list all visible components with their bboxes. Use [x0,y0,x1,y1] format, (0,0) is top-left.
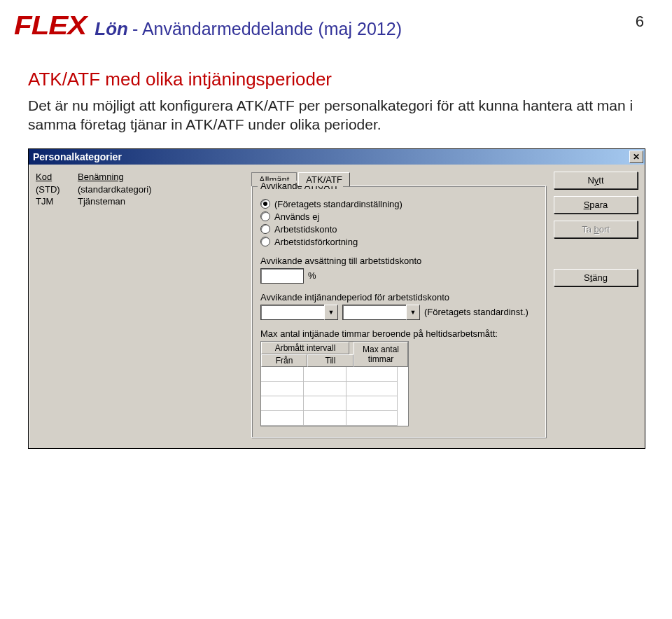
avsattning-label: Avvikande avsättning till arbetstidskont… [260,256,538,266]
section-body: Det är nu möjligt att konfigurera ATK/AT… [28,96,644,134]
titlebar: Personalkategorier ✕ [29,149,645,165]
dialog-title: Personalkategorier [33,151,122,162]
table-row[interactable] [261,411,408,426]
radio-arbetstidsforkortning[interactable]: Arbetstidsförkortning [260,237,538,247]
th-till: Till [307,354,354,367]
radio-arbetstidskonto[interactable]: Arbetstidskonto [260,224,538,235]
document-subtitle: - Användarmeddelande (maj 2012) [132,19,402,39]
radio-icon [260,237,270,246]
max-label: Max antal intjänade timmar beroende på h… [260,328,538,339]
th-fran: Från [261,354,307,367]
radio-icon [260,224,270,234]
page-number: 6 [636,13,644,31]
chevron-down-icon: ▼ [324,305,338,320]
cell-kod: (STD) [36,184,71,195]
col-header-benamning: Benämning [78,172,124,182]
table-row[interactable] [261,382,408,396]
table-row[interactable] [261,396,408,411]
avsattning-input[interactable] [260,268,304,284]
document-header: FLEX Lön - Användarmeddelande (maj 2012)… [0,0,672,48]
close-icon[interactable]: ✕ [629,151,643,163]
th-interval: Arbmått intervall [261,342,349,354]
period-to-combo[interactable]: ▼ [342,305,420,320]
period-label: Avvikande intjänandeperiod för arbetstid… [260,292,538,302]
product-name: Lön [94,18,128,40]
table-row[interactable] [261,367,408,382]
radio-icon [260,211,270,221]
section-heading: ATK/ATF med olika intjäningsperioder [28,69,644,90]
ta-bort-button: Ta bort [554,221,638,238]
radio-anvands-ej[interactable]: Används ej [260,211,538,222]
list-item[interactable]: (STD) (standardkategori) [36,183,246,195]
period-hint: (Företagets standardinst.) [424,307,528,317]
max-table: Arbmått intervall Från Till Max antal ti… [260,341,409,426]
period-from-combo[interactable]: ▼ [260,305,338,320]
percent-sign: % [308,270,316,281]
radio-standard[interactable]: (Företagets standardinställning) [260,199,538,209]
col-header-kod: Kod [36,172,71,182]
list-item[interactable]: TJM Tjänsteman [36,195,246,207]
radio-icon [260,199,270,209]
nytt-button[interactable]: Nytt [554,172,638,189]
spara-button[interactable]: Spara [554,196,638,214]
button-column: Nytt Spara Ta bort Stäng [554,172,638,438]
category-list: Kod Benämning (STD) (standardkategori) T… [36,172,246,438]
chevron-down-icon: ▼ [406,305,420,320]
tab-atkatf[interactable]: ATK/ATF [298,172,350,186]
cell-kod: TJM [36,196,71,207]
cell-ben: (standardkategori) [78,184,152,195]
personalkategorier-dialog: Personalkategorier ✕ Kod Benämning (STD)… [28,148,645,449]
th-max: Max antal timmar [354,342,408,367]
cell-ben: Tjänsteman [78,196,125,207]
stang-button[interactable]: Stäng [554,269,638,286]
avvikande-group: Avvikande ATK/ATF (Företagets standardin… [251,186,547,438]
flex-logo: FLEX [14,10,86,40]
